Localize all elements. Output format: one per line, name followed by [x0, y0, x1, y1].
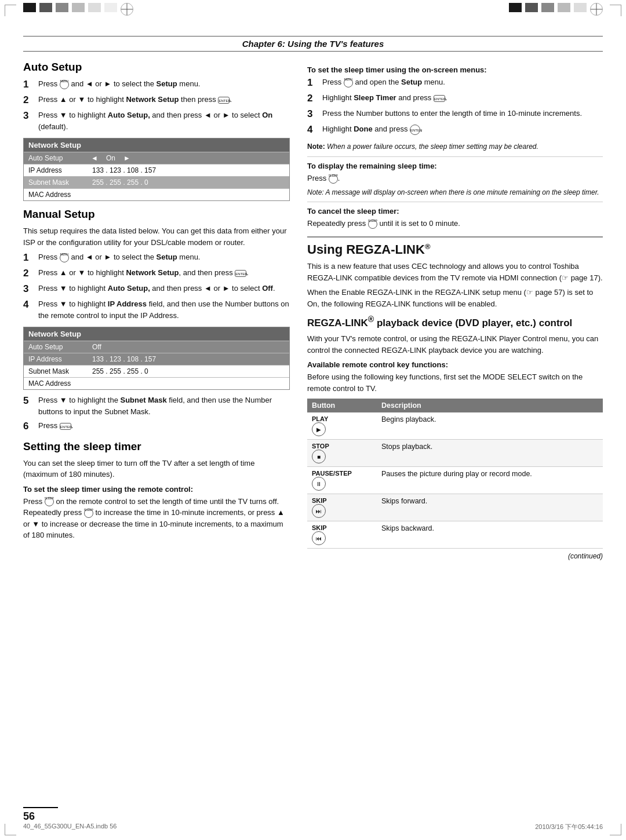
sleep-remote-text: Press on the remote control to set the l… [23, 496, 290, 541]
step-number: 3 [23, 109, 36, 122]
cell-label: IP Address [24, 353, 88, 365]
step-text: Press ▼ to highlight IP Address field, a… [38, 298, 290, 321]
sleep-screen-step-4: 4 Highlight Done and press ENTER. [307, 123, 603, 136]
right-column: To set the sleep timer using the on-scre… [307, 61, 603, 805]
sleep-screen-step-1: 1 Press and open the Setup menu. [307, 76, 603, 89]
button-label: PAUSE/STEP [312, 470, 372, 477]
display-note: Note: A message will display on-screen w… [307, 188, 603, 198]
reg-circle-left [121, 3, 133, 16]
cancel-text: Repeatedly press until it is set to 0 mi… [307, 218, 603, 229]
step-number: 1 [23, 251, 36, 264]
sleep-timer-section: Setting the sleep timer You can set the … [23, 440, 290, 541]
swatch-mid2 [541, 3, 554, 12]
step-text: Highlight Sleep Timer and press ENTER. [322, 92, 603, 104]
step-text: Press ▼ to highlight Auto Setup, and the… [38, 283, 290, 294]
cell-arrows: ◄ [88, 152, 101, 164]
display-remaining-heading: To display the remaining sleep time: [307, 162, 603, 170]
cell-label: MAC Address [24, 378, 88, 389]
auto-step-1: 1 Press and ◄ or ► to select the Setup m… [23, 78, 290, 91]
step-number: 1 [23, 78, 36, 91]
step-text: Press and ◄ or ► to select the Setup men… [38, 78, 290, 90]
table-row-auto-setup: Auto Setup ◄ On ► [24, 152, 289, 164]
table-row-mac: MAC Address [24, 188, 289, 200]
table-header-row: Button Description [307, 399, 603, 412]
button-cell: SKIP ⏮ [307, 521, 377, 549]
swatch-light [72, 3, 85, 12]
cell-label: Subnet Mask [24, 366, 88, 377]
chapter-header: Chapter 6: Using the TV's features [23, 36, 603, 52]
regza-link-section: Using REGZA-LINK® This is a new feature … [307, 236, 603, 560]
sleep-screen-step-2: 2 Highlight Sleep Timer and press ENTER. [307, 92, 603, 105]
table-header-2: Network Setup [24, 327, 289, 341]
main-content: Auto Setup 1 Press and ◄ or ► to select … [23, 61, 603, 805]
manual-step-2: 2 Press ▲ or ▼ to highlight Network Setu… [23, 267, 290, 280]
step-text: Press and ◄ or ► to select the Setup men… [38, 251, 290, 263]
cell-val [88, 378, 97, 389]
reg-circle-right [590, 3, 603, 16]
description-cell: Stops playback. [377, 440, 603, 467]
cell-label: IP Address [24, 165, 88, 176]
step-text: Press the Number buttons to enter the le… [322, 108, 603, 119]
table-row: SKIP ⏭ Skips forward. [307, 494, 603, 521]
step-number: 4 [307, 123, 320, 136]
swatch-light2 [558, 3, 570, 12]
col-description: Description [377, 399, 603, 412]
regza-playback-intro: With your TV's remote control, or using … [307, 333, 603, 356]
cell-val [88, 189, 97, 200]
pause-icon: ⏸ [312, 477, 326, 491]
sleep-icon [368, 220, 377, 229]
swatch-black [23, 3, 36, 12]
button-cell: PAUSE/STEP ⏸ [307, 467, 377, 494]
button-cell: SKIP ⏭ [307, 494, 377, 521]
button-label: PLAY [312, 415, 372, 422]
sleep-timer-title: Setting the sleep timer [23, 440, 290, 453]
step-number: 3 [23, 283, 36, 295]
step-number: 4 [23, 298, 36, 311]
step-number: 5 [23, 395, 36, 407]
description-cell: Pauses the picture during play or record… [377, 467, 603, 494]
regza-sup2: ® [368, 315, 374, 324]
skip-fwd-icon: ⏭ [312, 504, 326, 518]
menu-icon [60, 80, 69, 89]
swatch-black2 [509, 3, 522, 12]
step-text: Press ▲ or ▼ to highlight Network Setup,… [38, 267, 290, 279]
play-icon: ▶ [312, 422, 326, 436]
left-column: Auto Setup 1 Press and ◄ or ► to select … [23, 61, 290, 805]
sleep-note: Note: When a power failure occurs, the s… [307, 142, 603, 152]
sleep-screen-step-3: 3 Press the Number buttons to enter the … [307, 108, 603, 120]
cell-label: MAC Address [24, 189, 88, 200]
display-text: Press . [307, 173, 603, 184]
table-row-ip2: IP Address 133 . 123 . 108 . 157 [24, 353, 289, 365]
continued-marker: (continued) [307, 552, 603, 560]
swatch-dark [39, 3, 52, 12]
reg-group-left [23, 3, 133, 16]
reg-group-right [509, 3, 603, 16]
description-cell: Skips forward. [377, 494, 603, 521]
footer: 40_46_55G300U_EN-A5.indb 56 2010/3/16 下午… [23, 823, 603, 831]
network-table-1: Network Setup Auto Setup ◄ On ► IP Addre… [23, 138, 290, 201]
footer-left: 40_46_55G300U_EN-A5.indb 56 [23, 823, 117, 831]
remote-functions-intro: Before using the following key functions… [307, 371, 603, 394]
manual-step-4: 4 Press ▼ to highlight IP Address field,… [23, 298, 290, 321]
sleep-screen-heading: To set the sleep timer using the on-scre… [307, 65, 603, 74]
regza-playback-title: REGZA-LINK® playback device (DVD player,… [307, 314, 603, 330]
step-text: Press and open the Setup menu. [322, 76, 603, 88]
cell-val: 255 . 255 . 255 . 0 [88, 177, 153, 188]
description-cell: Skips backward. [377, 521, 603, 549]
step-text: Press ▲ or ▼ to highlight Network Setup … [38, 94, 290, 105]
cell-label: Subnet Mask [24, 177, 88, 188]
manual-step-5: 5 Press ▼ to highlight the Subnet Mask f… [23, 395, 290, 417]
menu-icon [344, 78, 353, 87]
page-number: 56 [23, 807, 58, 823]
step-text: Highlight Done and press ENTER. [322, 123, 603, 135]
step-number: 3 [307, 108, 320, 120]
table-row: SKIP ⏮ Skips backward. [307, 521, 603, 549]
footer-right: 2010/3/16 下午05:44:16 [535, 823, 603, 831]
sleep-screen-steps: 1 Press and open the Setup menu. 2 Highl… [307, 76, 603, 136]
cell-val: Off [88, 341, 106, 353]
enter-icon: ENTER [410, 125, 420, 135]
table-row-subnet2: Subnet Mask 255 . 255 . 255 . 0 [24, 365, 289, 377]
table-row: STOP ■ Stops playback. [307, 440, 603, 467]
step-number: 6 [23, 420, 36, 433]
enter-icon: ENTER [434, 95, 445, 102]
